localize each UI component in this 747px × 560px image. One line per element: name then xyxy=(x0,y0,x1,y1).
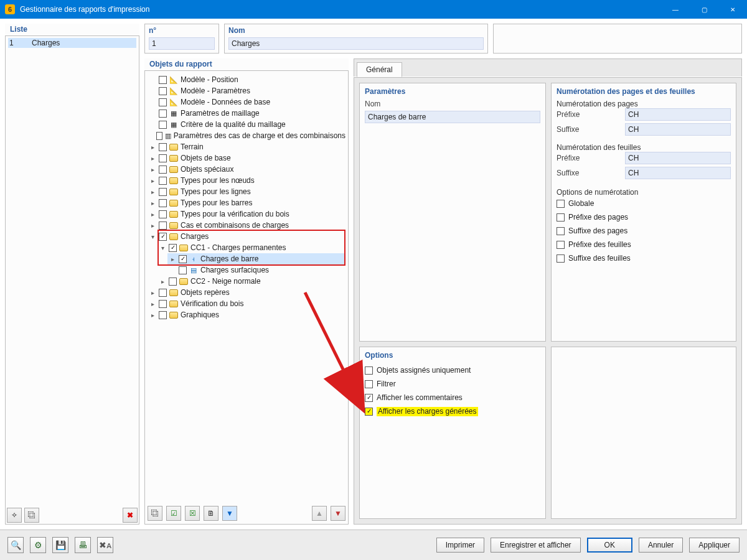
tree-item[interactable]: Vérification du bois xyxy=(181,299,243,308)
expand-icon[interactable]: ▸ xyxy=(149,154,156,162)
checkbox[interactable] xyxy=(557,241,565,249)
param-nom-value[interactable]: Charges de barre xyxy=(365,111,540,123)
move-up-icon[interactable]: ▲ xyxy=(312,506,327,521)
checkbox[interactable] xyxy=(169,244,177,252)
expand-icon[interactable]: ▸ xyxy=(159,278,166,285)
checkbox[interactable] xyxy=(179,266,187,274)
tree-item[interactable]: Critère de la qualité du maillage xyxy=(181,120,286,129)
minimize-button[interactable]: — xyxy=(661,0,690,19)
expand-icon[interactable]: ▸ xyxy=(149,199,156,207)
tree-item[interactable]: Modèle - Position xyxy=(181,75,238,84)
expand-icon[interactable]: ▸ xyxy=(149,143,156,151)
checkbox[interactable] xyxy=(159,143,167,151)
checkbox[interactable] xyxy=(159,154,167,162)
save-show-button[interactable]: Enregistrer et afficher xyxy=(491,538,581,553)
tree-item[interactable]: Terrain xyxy=(181,142,204,151)
tree-item[interactable]: Objets repères xyxy=(181,288,230,297)
checkbox[interactable] xyxy=(179,255,187,263)
expand-icon[interactable]: ▸ xyxy=(149,188,156,195)
maximize-button[interactable]: ▢ xyxy=(690,0,718,19)
checkbox[interactable] xyxy=(159,98,167,106)
checkbox[interactable] xyxy=(159,166,167,174)
opt-filtrer[interactable]: Filtrer xyxy=(377,380,396,388)
tree-item[interactable]: Types pour les lignes xyxy=(181,187,251,196)
pages-suffixe-value[interactable]: CH xyxy=(625,123,731,136)
feuilles-suffixe-value[interactable]: CH xyxy=(625,167,731,179)
tree-item[interactable]: Paramètres des cas de charge et des comb… xyxy=(174,131,345,140)
tree-item[interactable]: Objets de base xyxy=(181,154,231,162)
print-icon[interactable]: 🖶 xyxy=(75,537,91,553)
checkbox[interactable] xyxy=(169,278,177,286)
opt-pref-pages[interactable]: Préfixe des pages xyxy=(568,213,628,222)
checkbox[interactable] xyxy=(159,121,167,129)
opt-objets-assignes[interactable]: Objets assignés uniquement xyxy=(377,366,471,375)
opt-pref-feuilles[interactable]: Préfixe des feuilles xyxy=(568,240,631,249)
help-icon[interactable]: 🔍 xyxy=(7,537,24,553)
ok-button[interactable]: OK xyxy=(587,538,632,553)
num-value[interactable]: 1 xyxy=(149,37,215,50)
checkbox[interactable] xyxy=(159,110,167,118)
opt-charges-generees[interactable]: Afficher les charges générées xyxy=(377,407,478,416)
checkbox[interactable] xyxy=(159,311,167,319)
settings-icon[interactable]: ⚙ xyxy=(30,537,46,553)
nom-value[interactable]: Charges xyxy=(228,37,484,50)
tree-item[interactable]: Paramètres de maillage xyxy=(181,109,260,118)
print-button[interactable]: Imprimer xyxy=(436,538,484,553)
expand-icon[interactable]: ▸ xyxy=(149,222,156,229)
collapse-icon[interactable]: ▾ xyxy=(159,244,166,251)
checkbox-highlighted[interactable] xyxy=(365,408,373,416)
checkbox[interactable] xyxy=(557,200,565,208)
liste-delete-icon[interactable]: ✖ xyxy=(123,508,138,523)
tree-item-selected[interactable]: Charges de barre xyxy=(200,254,258,263)
expand-icon[interactable]: ▸ xyxy=(149,311,156,319)
checkbox[interactable] xyxy=(159,300,167,308)
checkbox[interactable] xyxy=(156,132,162,140)
tree-list-icon[interactable]: 🗎 xyxy=(204,506,218,521)
tree-item[interactable]: CC2 - Neige normale xyxy=(190,277,261,286)
checkbox[interactable] xyxy=(159,210,167,218)
expand-icon[interactable]: ▸ xyxy=(149,166,156,173)
checkbox[interactable] xyxy=(159,177,167,185)
tree-copy-icon[interactable]: ⿻ xyxy=(148,506,162,521)
opt-suff-feuilles[interactable]: Suffixe des feuilles xyxy=(568,254,631,263)
checkbox[interactable] xyxy=(159,199,167,207)
tree-item[interactable]: Modèle - Paramètres xyxy=(181,86,250,95)
tree-item[interactable]: Charges surfaciques xyxy=(200,266,269,274)
expand-icon[interactable]: ▸ xyxy=(149,177,156,184)
save-icon[interactable]: 💾 xyxy=(52,537,68,553)
move-down-icon[interactable]: ▼ xyxy=(331,506,345,521)
checkbox[interactable] xyxy=(365,394,373,402)
tree-item[interactable]: Types pour la vérification du bois xyxy=(181,210,289,218)
checkbox[interactable] xyxy=(557,227,565,235)
translate-icon[interactable]: ✖ᴀ xyxy=(97,537,113,553)
checkbox[interactable] xyxy=(159,87,167,95)
close-button[interactable]: ✕ xyxy=(718,0,747,19)
expand-icon[interactable]: ▸ xyxy=(149,300,156,307)
tree-uncheckall-icon[interactable]: ☒ xyxy=(185,506,200,521)
collapse-icon[interactable]: ▾ xyxy=(149,233,156,240)
pages-prefixe-value[interactable]: CH xyxy=(625,108,731,121)
tree-item[interactable]: Modèle - Données de base xyxy=(181,98,270,106)
tree-item[interactable]: Objets spéciaux xyxy=(181,165,233,174)
checkbox[interactable] xyxy=(365,366,373,375)
expand-icon[interactable]: ▸ xyxy=(149,289,156,296)
checkbox[interactable] xyxy=(365,380,373,388)
liste-copy-icon[interactable]: ⿻ xyxy=(24,508,39,523)
cancel-button[interactable]: Annuler xyxy=(639,538,683,553)
liste-new-icon[interactable]: ✧ xyxy=(7,508,22,523)
checkbox[interactable] xyxy=(159,222,167,230)
feuilles-prefixe-value[interactable]: CH xyxy=(625,152,731,164)
report-tree[interactable]: 📐Modèle - Position 📐Modèle - Paramètres … xyxy=(148,73,345,320)
liste-row[interactable]: 1 Charges xyxy=(8,38,136,48)
tree-item[interactable]: Types pour les nœuds xyxy=(181,176,255,185)
tree-item[interactable]: Graphiques xyxy=(181,310,219,319)
opt-suff-pages[interactable]: Suffixe des pages xyxy=(568,226,627,235)
checkbox[interactable] xyxy=(557,254,565,263)
checkbox[interactable] xyxy=(159,289,167,297)
checkbox[interactable] xyxy=(159,233,167,241)
opt-globale[interactable]: Globale xyxy=(568,199,594,208)
tree-item[interactable]: Charges xyxy=(181,232,209,241)
apply-button[interactable]: Appliquer xyxy=(689,538,740,553)
checkbox[interactable] xyxy=(159,76,167,84)
checkbox[interactable] xyxy=(159,188,167,196)
